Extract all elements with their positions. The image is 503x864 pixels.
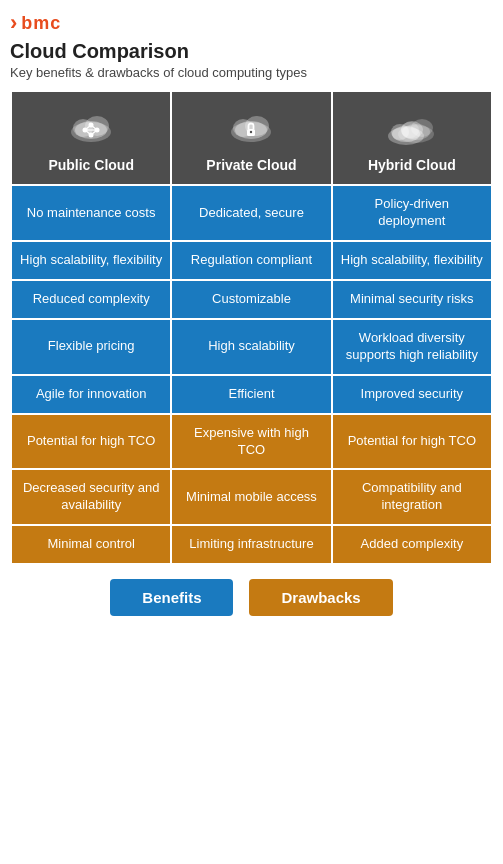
header: › bmc Cloud Comparison Key benefits & dr… (10, 12, 493, 80)
bmc-logo-text: bmc (21, 13, 61, 34)
cell-7-1: Limiting infrastructure (171, 525, 331, 564)
cell-4-0: Agile for innovation (11, 375, 171, 414)
cloud-icon-0 (20, 106, 162, 150)
header-cell-2: Hybrid Cloud (332, 91, 492, 185)
table-row-6: Decreased security and availabilityMinim… (11, 469, 492, 525)
cell-5-1: Expensive with high TCO (171, 414, 331, 470)
column-header-0: Public Cloud (48, 157, 134, 173)
cell-5-0: Potential for high TCO (11, 414, 171, 470)
cell-7-0: Minimal control (11, 525, 171, 564)
cell-4-1: Efficient (171, 375, 331, 414)
cell-7-2: Added complexity (332, 525, 492, 564)
cell-3-2: Workload diversity supports high reliabi… (332, 319, 492, 375)
column-header-2: Hybrid Cloud (368, 157, 456, 173)
cell-1-2: High scalability, flexibility (332, 241, 492, 280)
cell-2-1: Customizable (171, 280, 331, 319)
table-row-3: Flexible pricingHigh scalabilityWorkload… (11, 319, 492, 375)
cloud-icon-2 (341, 106, 483, 150)
cell-3-0: Flexible pricing (11, 319, 171, 375)
cell-0-2: Policy-driven deployment (332, 185, 492, 241)
table-row-0: No maintenance costsDedicated, securePol… (11, 185, 492, 241)
cell-2-2: Minimal security risks (332, 280, 492, 319)
header-cell-0: Public Cloud (11, 91, 171, 185)
legend-row: Benefits Drawbacks (10, 579, 493, 616)
cell-0-1: Dedicated, secure (171, 185, 331, 241)
table-row-1: High scalability, flexibilityRegulation … (11, 241, 492, 280)
page-wrapper: › bmc Cloud Comparison Key benefits & dr… (0, 0, 503, 632)
svg-point-18 (250, 131, 252, 133)
table-row-4: Agile for innovationEfficientImproved se… (11, 375, 492, 414)
cell-3-1: High scalability (171, 319, 331, 375)
bmc-logo-icon: › (10, 12, 17, 34)
cloud-icon-1 (180, 106, 322, 150)
cell-1-1: Regulation compliant (171, 241, 331, 280)
column-header-1: Private Cloud (206, 157, 296, 173)
table-row-5: Potential for high TCOExpensive with hig… (11, 414, 492, 470)
table-row-2: Reduced complexityCustomizableMinimal se… (11, 280, 492, 319)
cell-6-0: Decreased security and availability (11, 469, 171, 525)
comparison-table: Public Cloud Private Cloud Hybrid CloudN… (10, 90, 493, 565)
cell-0-0: No maintenance costs (11, 185, 171, 241)
cell-6-2: Compatibility and integration (332, 469, 492, 525)
page-subtitle: Key benefits & drawbacks of cloud comput… (10, 65, 493, 80)
drawbacks-button[interactable]: Drawbacks (249, 579, 392, 616)
table-row-7: Minimal controlLimiting infrastructureAd… (11, 525, 492, 564)
cell-1-0: High scalability, flexibility (11, 241, 171, 280)
bmc-logo: › bmc (10, 12, 493, 34)
page-title: Cloud Comparison (10, 40, 493, 63)
header-cell-1: Private Cloud (171, 91, 331, 185)
benefits-button[interactable]: Benefits (110, 579, 233, 616)
cell-5-2: Potential for high TCO (332, 414, 492, 470)
cell-2-0: Reduced complexity (11, 280, 171, 319)
cell-4-2: Improved security (332, 375, 492, 414)
svg-point-26 (392, 126, 420, 142)
cell-6-1: Minimal mobile access (171, 469, 331, 525)
